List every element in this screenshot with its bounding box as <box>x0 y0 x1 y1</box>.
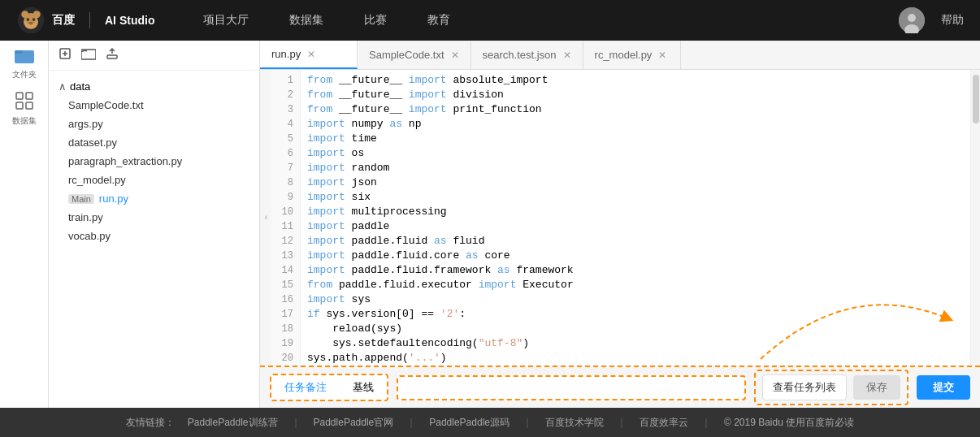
tab-rcmodel-close[interactable]: ✕ <box>658 50 666 61</box>
file-paragraph[interactable]: paragraph_extraction.py <box>49 152 259 171</box>
sidebar-files-label: 文件夹 <box>12 69 37 80</box>
code-line-11: import multiprocessing <box>307 205 964 219</box>
code-line-16: import paddle.fluid.framework as framewo… <box>307 263 964 278</box>
main-badge: Main <box>68 194 94 204</box>
file-samplecode[interactable]: SampleCode.txt <box>49 96 259 115</box>
submit-button[interactable]: 提交 <box>917 375 970 400</box>
code-line-14: import paddle.fluid as fluid <box>307 234 964 249</box>
folder-name: data <box>70 80 90 93</box>
tab-rcmodel-label: rc_model.py <box>595 49 653 61</box>
footer-prefix: 友情链接： <box>126 416 175 430</box>
collapse-handle[interactable]: ‹ <box>260 70 271 366</box>
code-line-5: import numpy as np <box>307 117 964 132</box>
right-actions: 查看任务列表 保存 <box>754 370 908 405</box>
studio-text: AI Studio <box>105 14 154 27</box>
help-link[interactable]: 帮助 <box>941 13 964 28</box>
task-input[interactable] <box>398 377 744 399</box>
sidebar-item-files[interactable]: 文件夹 <box>10 49 39 78</box>
scrollbar-thumb[interactable] <box>973 75 979 123</box>
file-train[interactable]: train.py <box>49 208 259 227</box>
code-line-10: import six <box>307 190 964 205</box>
grid-icon <box>15 92 33 114</box>
footer-link-5[interactable]: 百度效率云 <box>640 416 688 430</box>
nav-projects[interactable]: 项目大厅 <box>203 13 249 28</box>
new-folder-icon[interactable] <box>81 47 96 63</box>
svg-point-9 <box>908 14 916 22</box>
new-file-icon[interactable] <box>59 47 72 63</box>
header-right: 帮助 <box>899 7 964 33</box>
nav-competition[interactable]: 比赛 <box>364 13 387 28</box>
scrollbar[interactable] <box>970 70 980 366</box>
folder-data[interactable]: ∧ data <box>49 77 259 96</box>
svg-rect-12 <box>15 50 23 54</box>
code-line-7: import os <box>307 146 964 161</box>
task-tab-notes[interactable]: 任务备注 <box>271 375 340 400</box>
code-line-13: import paddle <box>307 219 964 234</box>
file-toolbar <box>49 41 259 71</box>
svg-rect-15 <box>16 102 23 109</box>
footer-link-2[interactable]: PaddlePaddle官网 <box>314 416 394 430</box>
nav-education[interactable]: 教育 <box>427 13 450 28</box>
file-list: ∧ data SampleCode.txt args.py dataset.py… <box>49 71 259 408</box>
header: 百度 AI Studio 项目大厅 数据集 比赛 教育 帮助 <box>0 0 980 41</box>
file-args[interactable]: args.py <box>49 115 259 133</box>
code-line-17: from paddle.fluid.executor import Execut… <box>307 278 964 292</box>
tab-runpy[interactable]: run.py ✕ <box>260 41 358 69</box>
tab-samplecode-label: SampleCode.txt <box>369 49 444 61</box>
chevron-down-icon: ∧ <box>59 80 67 93</box>
view-tasks-button[interactable]: 查看任务列表 <box>762 374 847 400</box>
save-button[interactable]: 保存 <box>853 375 900 400</box>
svg-rect-21 <box>107 55 117 58</box>
svg-rect-13 <box>16 93 23 99</box>
avatar[interactable] <box>899 7 925 33</box>
tab-samplecode[interactable]: SampleCode.txt ✕ <box>358 41 471 69</box>
svg-point-6 <box>33 18 36 21</box>
tab-search-label: search.test.json <box>483 49 557 61</box>
task-input-container[interactable] <box>397 375 746 400</box>
main-nav: 项目大厅 数据集 比赛 教育 <box>203 13 899 28</box>
logo-divider <box>89 12 90 28</box>
footer-link-1[interactable]: PaddlePaddle训练营 <box>188 416 278 430</box>
footer-copyright: © 2019 Baidu 使用百度前必读 <box>724 416 854 430</box>
code-line-9: import json <box>307 175 964 190</box>
upload-icon[interactable] <box>106 47 119 63</box>
file-runpy-name: run.py <box>99 193 128 205</box>
svg-point-5 <box>27 18 30 21</box>
file-runpy[interactable]: Main run.py <box>49 189 259 208</box>
footer: 友情链接： PaddlePaddle训练营 ｜ PaddlePaddle官网 ｜… <box>0 408 980 437</box>
code-line-1: from __future__ import absolute_import <box>307 73 964 88</box>
editor-area: run.py ✕ SampleCode.txt ✕ search.test.js… <box>260 41 980 366</box>
tab-samplecode-close[interactable]: ✕ <box>451 50 459 61</box>
tab-bar: run.py ✕ SampleCode.txt ✕ search.test.js… <box>260 41 980 70</box>
tab-search[interactable]: search.test.json ✕ <box>471 41 583 69</box>
svg-point-7 <box>28 22 33 25</box>
file-rcmodel[interactable]: rc_model.py <box>49 171 259 189</box>
tab-search-close[interactable]: ✕ <box>563 50 571 61</box>
sidebar-item-datasets[interactable]: 数据集 <box>10 94 39 123</box>
file-dataset[interactable]: dataset.py <box>49 133 259 152</box>
content-area: 文件夹 数据集 <box>0 41 980 408</box>
task-tab-baseline[interactable]: 基线 <box>340 375 387 400</box>
file-vocab[interactable]: vocab.py <box>49 227 259 245</box>
code-line-19: import sys <box>307 292 964 307</box>
brand-text: 百度 <box>52 13 75 28</box>
sidebar: 文件夹 数据集 <box>0 41 49 408</box>
footer-link-4[interactable]: 百度技术学院 <box>545 416 604 430</box>
code-editor[interactable]: ‹ 1234 5678 9101112 13141516 17181920 21… <box>260 70 980 366</box>
logo-area: 百度 AI Studio <box>16 6 154 35</box>
footer-link-3[interactable]: PaddlePaddle源码 <box>429 416 510 430</box>
nav-datasets[interactable]: 数据集 <box>289 13 323 28</box>
code-content[interactable]: from __future__ import absolute_import f… <box>301 70 970 366</box>
tab-runpy-close[interactable]: ✕ <box>307 49 315 60</box>
code-line-22: sys.setdefaultencoding("utf-8") <box>307 336 964 351</box>
sidebar-datasets-label: 数据集 <box>12 115 37 127</box>
svg-point-3 <box>21 11 28 18</box>
folder-icon <box>15 47 34 67</box>
code-line-3: from __future__ import print_function <box>307 102 964 117</box>
code-line-8: import random <box>307 161 964 175</box>
line-numbers: 1234 5678 9101112 13141516 17181920 2122… <box>271 70 301 366</box>
editor-wrapper: run.py ✕ SampleCode.txt ✕ search.test.js… <box>260 41 980 408</box>
code-line-21: reload(sys) <box>307 322 964 336</box>
svg-point-4 <box>33 11 41 18</box>
tab-rcmodel[interactable]: rc_model.py ✕ <box>583 41 681 69</box>
